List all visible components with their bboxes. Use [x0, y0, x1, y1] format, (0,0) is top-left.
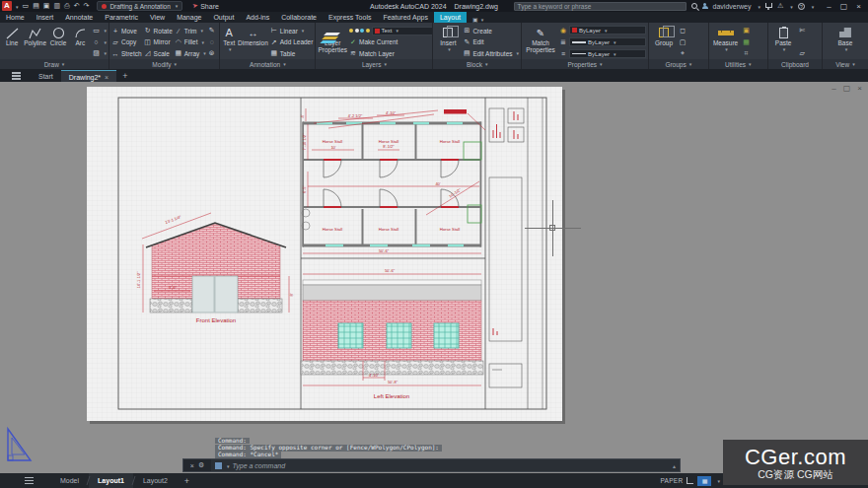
workspace-switcher[interactable]: Drafting & Annotation — [97, 1, 182, 11]
user-name[interactable]: davidverwey — [713, 3, 752, 10]
status-options-caret-icon[interactable] — [715, 478, 720, 484]
search-input[interactable]: Type a keyword or phrase — [514, 2, 687, 11]
table-button[interactable]: ▦Table — [270, 48, 314, 58]
create-block-button[interactable]: ⊞Create — [463, 26, 519, 35]
tab-add-ins[interactable]: Add-ins — [240, 12, 275, 23]
hatch-tool[interactable]: ▨ — [92, 48, 107, 58]
insert-button[interactable]: Insert — [435, 25, 461, 59]
quick-calc-icon[interactable]: ▦ — [743, 37, 751, 47]
layer-state-icons[interactable] — [349, 29, 370, 33]
save-icon[interactable]: ▣ — [43, 2, 50, 10]
command-bar-grip[interactable]: × ⚙ — [183, 459, 211, 471]
layout1-tab[interactable]: Layout1 — [89, 473, 133, 488]
cut-icon[interactable]: ✄ — [798, 26, 806, 35]
circle-button[interactable]: Circle — [48, 25, 68, 59]
move-button[interactable]: +Move — [111, 26, 142, 35]
layout-paper[interactable]: Horse Stall Horse Stall Horse Stall Hors… — [87, 87, 562, 421]
properties-panel-label[interactable]: Properties — [522, 59, 648, 69]
model-tab[interactable]: Model — [51, 473, 88, 488]
ribbon-display-toggle[interactable]: ▣ — [472, 16, 483, 23]
rectangle-tool[interactable]: ▭ — [92, 26, 107, 35]
minimize-button[interactable]: – — [827, 2, 831, 11]
undo-icon[interactable]: ↶ — [74, 2, 80, 10]
copy-clip-icon[interactable]: ▱ — [798, 48, 806, 58]
alerts-caret-icon[interactable] — [788, 3, 793, 10]
layer-dropdown[interactable]: Text — [372, 27, 433, 35]
doc-close-icon[interactable]: × — [857, 84, 862, 93]
group-select-icon[interactable]: ⌖ — [679, 48, 687, 58]
command-customize-icon[interactable]: ⚙ — [198, 461, 204, 469]
fillet-button[interactable]: ◠Fillet — [175, 37, 206, 47]
rotate-button[interactable]: ↻Rotate — [144, 26, 173, 35]
utilities-panel-label[interactable]: Utilities — [709, 59, 768, 69]
measure-button[interactable]: Measure — [711, 25, 741, 59]
search-icon[interactable] — [691, 3, 697, 9]
view-panel-label[interactable]: View — [823, 59, 868, 69]
ellipse-tool[interactable]: ○ — [92, 37, 107, 47]
tab-layout[interactable]: Layout — [434, 12, 467, 23]
id-point-icon[interactable]: ⌗ — [743, 48, 751, 58]
line-button[interactable]: Line — [2, 25, 22, 59]
new-drawing-tab-button[interactable]: + — [122, 71, 127, 82]
open-icon[interactable]: ▤ — [33, 2, 39, 10]
help-icon[interactable]: ? — [798, 3, 805, 10]
match-layer-button[interactable]: ≋ Match Layer — [349, 48, 432, 58]
object-color-dropdown[interactable]: ByLayer — [569, 26, 646, 35]
arc-button[interactable]: Arc — [70, 25, 90, 59]
grid-display-button[interactable]: ▦ — [697, 476, 711, 486]
erase-button[interactable]: ✎ — [208, 26, 216, 35]
space-toggle[interactable]: PAPER — [660, 477, 683, 484]
modify-panel-label[interactable]: Modify — [109, 59, 219, 69]
command-bar[interactable]: × ⚙ Type a command ▴ — [182, 458, 681, 472]
restore-button[interactable]: ▢ — [840, 2, 848, 11]
new-layout-button[interactable]: + — [184, 476, 189, 486]
modify-more-button[interactable]: ⊜ — [208, 48, 216, 58]
autocad-logo-icon[interactable]: A — [2, 1, 12, 11]
command-input[interactable]: Type a command ▴ — [211, 462, 680, 469]
alerts-icon[interactable]: ⚠ — [777, 2, 783, 10]
layer-properties-button[interactable]: Layer Properties — [318, 25, 347, 59]
file-tab-start[interactable]: Start — [31, 70, 61, 82]
layout-menu-icon[interactable] — [25, 480, 34, 482]
base-button[interactable]: Base — [832, 25, 858, 59]
layers-panel-label[interactable]: Layers — [316, 59, 432, 69]
array-button[interactable]: ▦Array — [175, 48, 206, 58]
saveas-icon[interactable]: ▥ — [53, 2, 60, 10]
add-leader-button[interactable]: ↗Add Leader — [270, 37, 314, 47]
lineweight-list-icon[interactable]: ≣ — [559, 37, 567, 47]
user-menu-caret-icon[interactable] — [756, 3, 760, 10]
color-wheel-icon[interactable]: ◉ — [559, 26, 567, 35]
stretch-button[interactable]: ↔Stretch — [111, 48, 142, 58]
doc-restore-icon[interactable]: ▢ — [843, 84, 851, 93]
group-edit-icon[interactable]: ▢ — [679, 37, 687, 47]
new-icon[interactable]: ▭ — [23, 2, 30, 10]
command-recent-caret-icon[interactable] — [225, 462, 230, 469]
file-tab-close-icon[interactable]: × — [105, 74, 108, 81]
command-close-icon[interactable]: × — [190, 462, 194, 469]
tab-annotate[interactable]: Annotate — [59, 12, 99, 23]
layout2-tab[interactable]: Layout2 — [134, 473, 177, 488]
trim-button[interactable]: ∕Trim — [175, 26, 206, 35]
polyline-button[interactable]: Polyline — [24, 25, 46, 59]
edit-attributes-button[interactable]: ▤Edit Attributes — [463, 48, 519, 58]
store-cart-icon[interactable] — [765, 3, 772, 8]
lineweight-dropdown[interactable]: ByLayer — [569, 37, 646, 46]
tab-insert[interactable]: Insert — [31, 12, 60, 23]
command-recent-icon[interactable] — [215, 462, 222, 469]
file-tab-drawing2[interactable]: Drawing2*× — [61, 70, 116, 82]
match-properties-button[interactable]: ✎ Match Properties — [524, 25, 557, 59]
tab-manage[interactable]: Manage — [171, 12, 207, 23]
tab-parametric[interactable]: Parametric — [99, 12, 144, 23]
tab-output[interactable]: Output — [207, 12, 240, 23]
block-panel-label[interactable]: Block — [433, 59, 521, 69]
mirror-button[interactable]: ◫Mirror — [144, 37, 173, 47]
help-caret-icon[interactable] — [810, 3, 815, 10]
explode-button[interactable]: ◌ — [208, 37, 216, 47]
edit-block-button[interactable]: ✎Edit — [463, 37, 519, 47]
clipboard-panel-label[interactable]: Clipboard — [768, 59, 822, 69]
paste-button[interactable]: Paste — [770, 25, 796, 59]
groups-panel-label[interactable]: Groups — [649, 59, 708, 69]
tab-collaborate[interactable]: Collaborate — [275, 12, 323, 23]
doc-minimize-icon[interactable]: – — [832, 84, 835, 93]
share-button[interactable]: ➤ Share — [192, 2, 219, 10]
